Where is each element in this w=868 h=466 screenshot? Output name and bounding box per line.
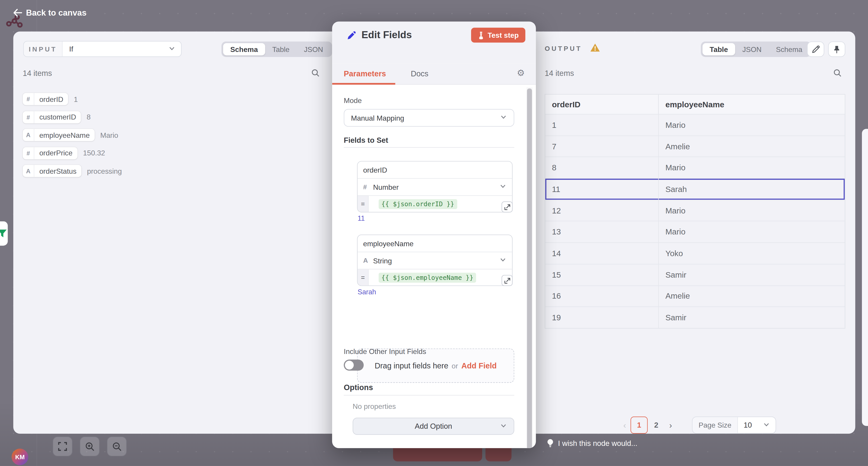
edit-output-button[interactable] [807, 41, 825, 57]
modal-scrollbar-thumb[interactable] [527, 89, 532, 448]
modal-scrollbar[interactable]: ▼ [526, 88, 532, 448]
field-name-input[interactable]: employeeName [358, 235, 512, 252]
chevron-down-icon [499, 256, 506, 265]
output-pagination: ‹ 1 2 › [619, 417, 677, 434]
node-settings-gear-icon[interactable]: ⚙ [517, 69, 525, 77]
schema-field-pill[interactable]: A employeeName [23, 129, 94, 141]
right-edge-panel-sliver [862, 129, 868, 426]
next-page-icon[interactable]: › [665, 420, 676, 430]
field-type-label: String [373, 256, 392, 265]
zoom-to-fit-icon [58, 442, 67, 451]
expression-input[interactable]: {{ $json.employeeName }} [379, 272, 476, 282]
chevron-down-icon [168, 44, 176, 53]
node-feedback-link[interactable]: I wish this node would... [547, 439, 638, 447]
field-type-select[interactable]: A String [358, 252, 512, 269]
number-type-icon: # [363, 183, 373, 191]
tab-docs[interactable]: Docs [411, 69, 428, 78]
cell-orderID: 1 [545, 114, 659, 135]
schema-field-pill[interactable]: # orderPrice [23, 147, 77, 159]
output-table-row: 7Amelie [545, 135, 845, 157]
page-1-button[interactable]: 1 [630, 417, 648, 434]
page-2-button[interactable]: 2 [648, 417, 665, 434]
options-label: Options [344, 383, 373, 392]
field-type-select[interactable]: # Number [358, 179, 512, 196]
or-text: or [452, 361, 458, 370]
output-items-count: 14 items [545, 69, 574, 77]
schema-field-name: employeeName [34, 129, 95, 141]
input-tab-schema[interactable]: Schema [223, 43, 265, 55]
user-avatar[interactable]: KM [11, 448, 28, 465]
input-tab-json[interactable]: JSON [297, 43, 331, 55]
add-field-button[interactable]: Add Field [461, 361, 497, 370]
chevron-down-icon [763, 421, 770, 429]
schema-field-row: # orderID 1 [23, 93, 122, 105]
add-option-label: Add Option [415, 422, 452, 431]
page-size-select[interactable]: Page Size 10 [692, 417, 776, 434]
schema-field-value: processing [87, 167, 122, 175]
chevron-down-icon [500, 422, 507, 431]
cell-employeeName: Amelie [659, 136, 845, 157]
section-divider [344, 395, 514, 396]
schema-field-name: orderStatus [34, 165, 82, 177]
input-search-icon[interactable] [311, 69, 320, 80]
back-to-canvas-label: Back to canvas [26, 8, 87, 17]
back-arrow-icon [13, 8, 22, 16]
cell-orderID: 7 [545, 136, 659, 157]
output-tab-json[interactable]: JSON [735, 43, 769, 55]
schema-field-pill[interactable]: A orderStatus [23, 165, 81, 177]
output-table-row: 11Sarah [545, 178, 845, 200]
zoom-out-button[interactable] [107, 436, 127, 456]
expression-input[interactable]: {{ $json.orderID }} [379, 199, 457, 209]
cell-employeeName: Mario [659, 200, 845, 221]
expression-equals-prefix: = [358, 269, 369, 286]
tab-parameters[interactable]: Parameters [344, 69, 386, 78]
input-source-select[interactable]: INPUT If [23, 41, 182, 57]
schema-field-row: A employeeName Mario [23, 129, 122, 141]
avatar-initials: KM [15, 454, 25, 460]
field-type-label: Number [373, 183, 399, 191]
output-search-icon[interactable] [833, 69, 842, 80]
output-display-mode-tabs: Table JSON Schema [701, 41, 811, 57]
string-type-icon: A [363, 257, 373, 264]
zoom-to-fit-button[interactable] [53, 436, 72, 456]
add-option-select[interactable]: Add Option [352, 418, 514, 435]
string-type-icon: A [23, 129, 34, 141]
output-table-row: 12Mario [545, 199, 845, 221]
n8n-node-detail-view: Back to canvas INPUT If Schema Table JSO… [0, 0, 868, 466]
open-expression-editor-icon[interactable] [502, 201, 513, 212]
include-other-fields-toggle[interactable] [344, 360, 364, 371]
expression-result-preview: 11 [358, 214, 365, 222]
pin-data-button[interactable] [828, 41, 845, 57]
schema-field-pill[interactable]: # customerID [23, 111, 81, 123]
pin-icon [833, 45, 840, 54]
input-items-count: 14 items [23, 69, 52, 77]
schema-field-row: # customerID 8 [23, 111, 122, 123]
expression-result-preview: Sarah [358, 288, 376, 296]
back-to-canvas-button[interactable]: Back to canvas [13, 8, 87, 17]
string-type-icon: A [23, 165, 34, 177]
open-expression-editor-icon[interactable] [502, 275, 513, 286]
expression-equals-prefix: = [358, 196, 369, 212]
if-node-stub[interactable] [0, 221, 8, 246]
output-panel-label: OUTPUT [545, 45, 582, 53]
drag-fields-text: Drag input fields here [375, 361, 448, 370]
output-table-row: 1Mario [545, 114, 845, 135]
cell-orderID: 13 [545, 222, 659, 242]
input-schema-list: # orderID 1 # customerID 8 A employeeNam… [23, 93, 122, 183]
input-source-value: If [69, 45, 73, 53]
output-tab-schema[interactable]: Schema [769, 43, 809, 55]
chevron-down-icon [499, 182, 506, 191]
mode-label: Mode [344, 96, 362, 105]
field-value-row: = {{ $json.employeeName }} [358, 269, 512, 286]
schema-field-value: 150.32 [83, 149, 105, 157]
zoom-in-button[interactable] [80, 436, 100, 456]
prev-page-icon[interactable]: ‹ [619, 420, 630, 430]
input-tab-table[interactable]: Table [265, 43, 297, 55]
mode-select[interactable]: Manual Mapping [344, 109, 514, 127]
field-name-input[interactable]: orderID [358, 162, 512, 179]
modal-header: Edit Fields Test step [332, 22, 536, 64]
cell-orderID: 12 [545, 200, 659, 221]
output-tab-table[interactable]: Table [703, 43, 735, 55]
test-step-button[interactable]: Test step [471, 28, 525, 42]
schema-field-pill[interactable]: # orderID [23, 93, 68, 105]
